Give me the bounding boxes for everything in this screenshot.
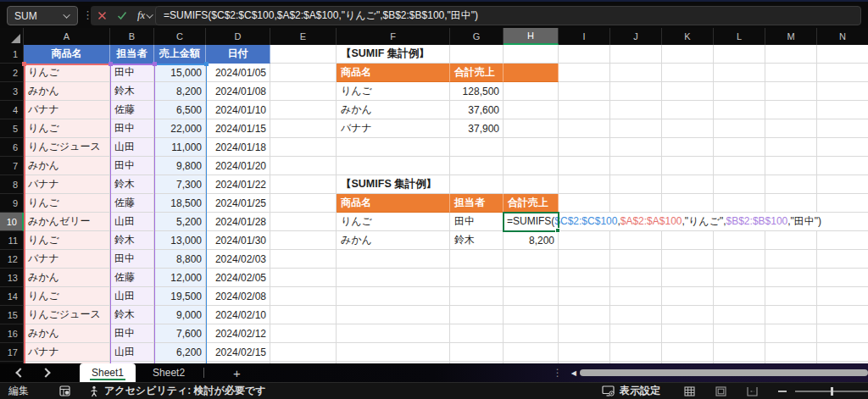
cell-B15[interactable]: 鈴木 (110, 306, 154, 324)
cell-K4[interactable] (662, 101, 714, 119)
cell-M6[interactable] (765, 138, 817, 157)
cell-H2[interactable] (504, 64, 559, 82)
cell-M9[interactable] (765, 194, 817, 213)
cell-L11[interactable] (714, 231, 765, 250)
cell-A4[interactable]: バナナ (24, 101, 110, 119)
cell-G16[interactable] (450, 324, 504, 343)
col-header-F[interactable]: F (337, 28, 450, 45)
cell-M5[interactable] (765, 119, 817, 138)
cell-B8[interactable]: 鈴木 (110, 175, 154, 194)
tab-more-options-icon[interactable]: ⋮ (553, 367, 563, 379)
cell-B2[interactable]: 田中 (110, 64, 154, 82)
cell-M2[interactable] (765, 64, 817, 82)
cell-M13[interactable] (765, 269, 817, 287)
col-header-N[interactable]: N (817, 28, 868, 45)
cell-D11[interactable]: 2024/01/30 (206, 231, 270, 250)
cell-A6[interactable]: りんごジュース (24, 138, 110, 157)
cell-G9[interactable]: 担当者 (450, 194, 504, 213)
cell-J1[interactable] (610, 45, 662, 64)
cell-N16[interactable] (817, 324, 868, 343)
cell-E12[interactable] (270, 250, 337, 269)
row-header-15[interactable]: 15 (0, 306, 24, 324)
col-header-J[interactable]: J (610, 28, 662, 45)
cell-D5[interactable]: 2024/01/15 (206, 119, 270, 138)
row-header-6[interactable]: 6 (0, 138, 24, 157)
cell-D9[interactable]: 2024/01/25 (206, 194, 270, 213)
cell-I12[interactable] (559, 250, 610, 269)
cell-M17[interactable] (765, 343, 817, 362)
cell-L5[interactable] (714, 119, 765, 138)
cell-C17[interactable]: 6,200 (154, 343, 206, 362)
cell-N5[interactable] (817, 119, 868, 138)
cell-F10[interactable]: りんご (337, 213, 450, 231)
cell-F17[interactable] (337, 343, 450, 362)
cell-L6[interactable] (714, 138, 765, 157)
cell-D14[interactable]: 2024/02/08 (206, 287, 270, 306)
cell-D16[interactable]: 2024/02/12 (206, 324, 270, 343)
cell-J14[interactable] (610, 287, 662, 306)
cell-J6[interactable] (610, 138, 662, 157)
cell-N12[interactable] (817, 250, 868, 269)
cell-I3[interactable] (559, 82, 610, 101)
cell-M11[interactable] (765, 231, 817, 250)
cell-F11[interactable]: みかん (337, 231, 450, 250)
cell-G6[interactable] (450, 138, 504, 157)
cell-M15[interactable] (765, 306, 817, 324)
cell-E8[interactable] (270, 175, 337, 194)
cell-A17[interactable]: バナナ (24, 343, 110, 362)
macro-record-icon[interactable] (59, 385, 70, 396)
name-box[interactable]: SUM (7, 6, 78, 25)
cell-N7[interactable] (817, 157, 868, 175)
cell-K9[interactable] (662, 194, 714, 213)
cell-E4[interactable] (270, 101, 337, 119)
cell-K13[interactable] (662, 269, 714, 287)
cell-J5[interactable] (610, 119, 662, 138)
cell-D3[interactable]: 2024/01/08 (206, 82, 270, 101)
cell-N11[interactable] (817, 231, 868, 250)
cell-G3[interactable]: 128,500 (450, 82, 504, 101)
cell-L8[interactable] (714, 175, 765, 194)
cell-B14[interactable]: 山田 (110, 287, 154, 306)
cell-K12[interactable] (662, 250, 714, 269)
cell-K11[interactable] (662, 231, 714, 250)
cell-C7[interactable]: 9,800 (154, 157, 206, 175)
cell-A11[interactable]: りんご (24, 231, 110, 250)
cell-C11[interactable]: 13,000 (154, 231, 206, 250)
cell-D17[interactable]: 2024/02/15 (206, 343, 270, 362)
cell-M8[interactable] (765, 175, 817, 194)
col-header-M[interactable]: M (765, 28, 817, 45)
row-header-10[interactable]: 10 (0, 213, 24, 231)
cell-A13[interactable]: みかん (24, 269, 110, 287)
row-header-17[interactable]: 17 (0, 343, 24, 362)
col-header-L[interactable]: L (714, 28, 765, 45)
cell-G4[interactable]: 37,600 (450, 101, 504, 119)
cell-I14[interactable] (559, 287, 610, 306)
accessibility-icon[interactable] (89, 385, 99, 397)
cell-H4[interactable] (504, 101, 559, 119)
cell-K1[interactable] (662, 45, 714, 64)
cell-I8[interactable] (559, 175, 610, 194)
cell-B10[interactable]: 山田 (110, 213, 154, 231)
cell-A8[interactable]: バナナ (24, 175, 110, 194)
cell-H16[interactable] (504, 324, 559, 343)
cell-J9[interactable] (610, 194, 662, 213)
cell-B16[interactable]: 田中 (110, 324, 154, 343)
cell-C13[interactable]: 12,000 (154, 269, 206, 287)
cell-C9[interactable]: 18,500 (154, 194, 206, 213)
cell-G2[interactable]: 合計売上 (450, 64, 504, 82)
cell-H9[interactable]: 合計売上 (504, 194, 559, 213)
cell-N8[interactable] (817, 175, 868, 194)
select-all-button[interactable] (0, 28, 24, 45)
row-header-13[interactable]: 13 (0, 269, 24, 287)
cell-I11[interactable] (559, 231, 610, 250)
cell-G8[interactable] (450, 175, 504, 194)
cell-C3[interactable]: 8,200 (154, 82, 206, 101)
page-layout-view-icon[interactable] (715, 386, 726, 396)
cell-E15[interactable] (270, 306, 337, 324)
cell-G5[interactable]: 37,900 (450, 119, 504, 138)
cell-C15[interactable]: 9,000 (154, 306, 206, 324)
row-header-12[interactable]: 12 (0, 250, 24, 269)
cell-N2[interactable] (817, 64, 868, 82)
cell-mode-indicator[interactable]: 編集 (8, 384, 29, 398)
cell-A16[interactable]: みかん (24, 324, 110, 343)
